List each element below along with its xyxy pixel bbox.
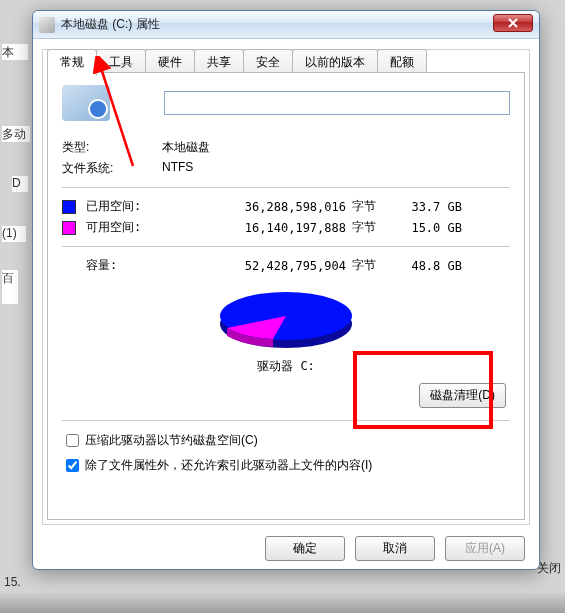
bg-number: 15. [4,575,21,589]
volume-name-input[interactable] [164,91,510,115]
used-swatch [62,200,76,214]
drive-icon [62,85,110,121]
used-bytes: 36,288,598,016 [166,200,346,214]
titlebar[interactable]: 本地磁盘 (C:) 属性 [33,11,539,39]
divider [62,187,510,188]
capacity-gb: 48.8 GB [382,259,462,273]
type-value: 本地磁盘 [162,139,510,156]
filesystem-label: 文件系统: [62,160,162,177]
compress-checkbox[interactable] [66,434,79,447]
index-checkbox[interactable] [66,459,79,472]
bg-taskbar [0,593,565,613]
bg-item: 多动 [2,126,30,142]
properties-dialog: 本地磁盘 (C:) 属性 常规 工具 硬件 共享 安全 以前的版本 配额 类型:… [32,10,540,570]
free-swatch [62,221,76,235]
free-unit: 字节 [346,219,382,236]
bg-item: 本 [2,44,28,60]
bg-item: D [12,176,28,192]
window-title: 本地磁盘 (C:) 属性 [61,16,160,33]
apply-button[interactable]: 应用(A) [445,536,525,561]
capacity-label: 容量: [86,257,166,274]
divider [62,246,510,247]
bg-item: (1) [2,226,26,242]
tab-panel-general: 类型: 本地磁盘 文件系统: NTFS 已用空间: 36,288,598,016… [47,72,525,520]
disk-cleanup-button[interactable]: 磁盘清理(D) [419,383,506,408]
index-label: 除了文件属性外，还允许索引此驱动器上文件的内容(I) [85,457,372,474]
filesystem-value: NTFS [162,160,510,177]
usage-pie-chart [211,284,361,354]
dialog-body: 常规 工具 硬件 共享 安全 以前的版本 配额 类型: 本地磁盘 文件系统: N… [42,49,530,525]
used-label: 已用空间: [86,198,166,215]
used-gb: 33.7 GB [382,200,462,214]
tab-general[interactable]: 常规 [47,49,97,76]
free-gb: 15.0 GB [382,221,462,235]
type-label: 类型: [62,139,162,156]
cancel-button[interactable]: 取消 [355,536,435,561]
bg-item: 百 [2,270,18,304]
capacity-unit: 字节 [346,257,382,274]
ok-button[interactable]: 确定 [265,536,345,561]
free-label: 可用空间: [86,219,166,236]
compress-label: 压缩此驱动器以节约磁盘空间(C) [85,432,258,449]
bg-close-label[interactable]: 关闭 [537,560,561,577]
dialog-footer: 确定 取消 应用(A) [33,536,539,561]
close-button[interactable] [493,14,533,32]
free-bytes: 16,140,197,888 [166,221,346,235]
drive-icon-small [39,17,55,33]
used-unit: 字节 [346,198,382,215]
close-icon [508,18,518,28]
capacity-bytes: 52,428,795,904 [166,259,346,273]
